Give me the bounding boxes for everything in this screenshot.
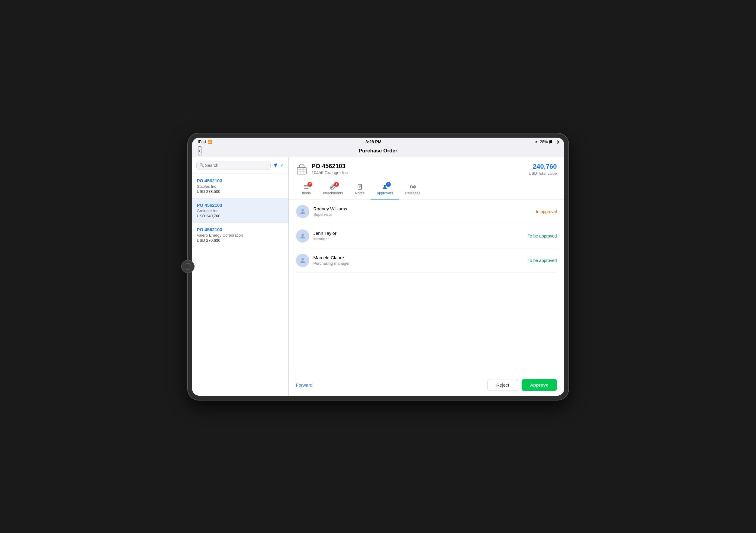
tab-approvers-label: Approvers [377, 191, 393, 195]
approver-avatar [296, 254, 309, 267]
tab-releases-label: Releases [405, 191, 420, 195]
search-input-wrapper: 🔍 [196, 161, 271, 170]
svg-rect-7 [304, 188, 309, 189]
svg-point-14 [301, 209, 304, 212]
svg-point-12 [384, 185, 386, 187]
approver-name: Marcelo Claure [313, 255, 524, 260]
approver-avatar [296, 205, 309, 218]
tab-notes-label: Notes [355, 191, 364, 195]
search-input[interactable] [196, 161, 271, 170]
sidebar: 🔍 ▼⃗ ✓ PO 4562103 Staples Inc USD 278,50… [192, 157, 289, 396]
tab-approvers-icon-wrapper: 3 [382, 184, 388, 190]
po-header-left: PO 4562103 10456 Grainger Inc [296, 163, 348, 175]
reject-button[interactable]: Reject [488, 379, 518, 391]
tab-attachments-label: Attachments [323, 191, 343, 195]
approvers-badge: 3 [386, 182, 391, 187]
search-bar: 🔍 ▼⃗ ✓ [192, 157, 288, 174]
items-badge: 2 [308, 182, 312, 187]
approver-status: To be approved [528, 234, 557, 239]
po-info: PO 4562103 10456 Grainger Inc [312, 163, 348, 175]
approver-role: Manager [313, 237, 524, 241]
svg-rect-6 [304, 187, 309, 187]
filter-icon[interactable]: ▼⃗ [274, 163, 277, 168]
main-content: 🔍 ▼⃗ ✓ PO 4562103 Staples Inc USD 278,50… [192, 157, 564, 396]
approver-avatar [296, 229, 309, 243]
footer-right: Reject Approve [488, 379, 557, 391]
po-list-item[interactable]: PO 4562103 Staples Inc USD 278,500 [192, 174, 288, 198]
status-left: iPad 📶 [198, 140, 212, 144]
po-list-item[interactable]: PO 4562103 Grainger Inc USD 240,760 [192, 198, 288, 223]
po-lock-icon [296, 163, 308, 175]
svg-rect-0 [297, 167, 306, 174]
po-list: PO 4562103 Staples Inc USD 278,500 PO 45… [192, 174, 288, 396]
po-item-vendor: Grainger Inc [197, 209, 284, 213]
po-list-item[interactable]: PO 4562103 Valero Energy Corporation USD… [192, 223, 288, 247]
tab-items-label: Items [302, 191, 311, 195]
home-button-inner [185, 264, 191, 269]
tabs: 2 Items 4 Attachments [289, 180, 564, 199]
approver-info: Rodney Williams Supervisor [313, 206, 532, 217]
tab-items[interactable]: 2 Items [296, 180, 317, 199]
tab-notes-icon-wrapper [357, 184, 363, 190]
po-number: PO 4562103 [312, 163, 348, 170]
po-header: PO 4562103 10456 Grainger Inc 240,760 US… [289, 157, 564, 180]
approver-role: Purchasing manager [313, 261, 524, 266]
search-icon: 🔍 [199, 163, 204, 167]
battery-indicator [550, 140, 558, 144]
status-bar: iPad 📶 3:28 PM ➤ 28% [192, 138, 564, 146]
approvers-list: Rodney Williams Supervisor In approval [289, 199, 564, 374]
status-right: ➤ 28% [535, 140, 558, 144]
approver-name: Rodney Williams [313, 206, 532, 211]
approver-info: Jenn Taylor Manager [313, 231, 524, 241]
po-vendor: 10456 Grainger Inc [312, 170, 348, 175]
battery-percent-label: 28% [540, 140, 548, 144]
approve-button[interactable]: Approve [522, 379, 557, 391]
battery-fill [550, 140, 552, 143]
back-button[interactable]: ‹ [198, 146, 202, 155]
po-total-label: USD Total value [529, 171, 557, 176]
battery-bar [550, 140, 558, 144]
approver-row: Marcelo Claure Purchasing manager To be … [296, 248, 557, 273]
approver-role: Supervisor [313, 212, 532, 217]
approver-status: To be approved [528, 258, 557, 263]
approver-status: In approval [536, 209, 557, 214]
tab-releases[interactable]: Releases [399, 180, 426, 199]
approver-name: Jenn Taylor [313, 231, 524, 236]
po-item-vendor: Staples Inc [197, 184, 284, 189]
checkmark-icon[interactable]: ✓ [280, 163, 284, 168]
tab-notes[interactable]: Notes [349, 180, 371, 199]
po-item-number: PO 4562103 [197, 178, 284, 183]
nav-bar: ‹ Purchase Order [192, 146, 564, 157]
approver-info: Marcelo Claure Purchasing manager [313, 255, 524, 266]
tab-attachments[interactable]: 4 Attachments [317, 180, 349, 199]
location-icon: ➤ [535, 140, 538, 144]
tab-attachments-icon-wrapper: 4 [330, 184, 336, 190]
footer: Forward Reject Approve [289, 374, 564, 396]
po-header-right: 240,760 USD Total value [529, 163, 557, 176]
po-item-amount: USD 278,500 [197, 189, 284, 194]
right-panel: PO 4562103 10456 Grainger Inc 240,760 US… [289, 157, 564, 396]
status-time: 3:28 PM [365, 140, 382, 144]
attachments-badge: 4 [334, 182, 339, 187]
po-item-amount: USD 240,760 [197, 214, 284, 218]
tab-approvers[interactable]: 3 Approvers [371, 180, 399, 199]
po-item-number: PO 4562103 [197, 227, 284, 232]
nav-title: Purchase Order [359, 148, 397, 154]
home-button[interactable] [181, 260, 195, 273]
device-name-label: iPad [198, 140, 206, 144]
po-item-vendor: Valero Energy Corporation [197, 233, 284, 238]
po-total-value: 240,760 [529, 163, 557, 170]
svg-point-15 [301, 234, 304, 236]
approver-row: Jenn Taylor Manager To be approved [296, 224, 557, 248]
svg-point-13 [412, 186, 414, 188]
approver-row: Rodney Williams Supervisor In approval [296, 199, 557, 224]
tab-releases-icon-wrapper [410, 184, 416, 190]
forward-button[interactable]: Forward [296, 382, 312, 388]
tab-items-icon-wrapper: 2 [303, 184, 309, 190]
wifi-icon: 📶 [207, 140, 212, 144]
svg-point-16 [301, 258, 304, 261]
po-item-amount: USD 270,630 [197, 238, 284, 243]
po-item-number: PO 4562103 [197, 203, 284, 208]
